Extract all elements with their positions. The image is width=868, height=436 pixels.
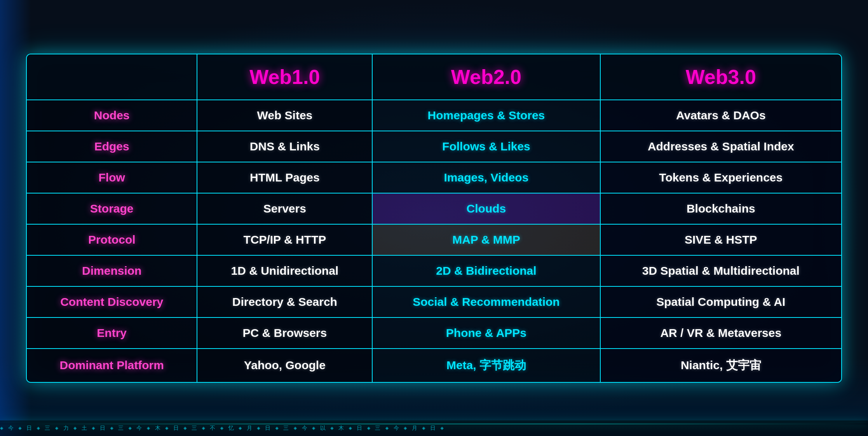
main-scene: Web1.0 Web2.0 Web3.0 NodesWeb SitesHomep…: [0, 0, 868, 436]
row-web1-7: PC & Browsers: [197, 317, 372, 349]
row-label-8: Dominant Platform: [27, 349, 197, 382]
row-web2-2: Images, Videos: [372, 162, 600, 193]
row-web1-5: 1D & Unidirectional: [197, 255, 372, 286]
row-web1-0: Web Sites: [197, 100, 372, 131]
row-web3-0: Avatars & DAOs: [600, 100, 841, 131]
row-web3-1: Addresses & Spatial Index: [600, 131, 841, 162]
row-label-1: Edges: [27, 131, 197, 162]
table-row: Content DiscoveryDirectory & SearchSocia…: [27, 286, 841, 317]
row-label-5: Dimension: [27, 255, 197, 286]
table-row: FlowHTML PagesImages, VideosTokens & Exp…: [27, 162, 841, 193]
web-comparison-table: Web1.0 Web2.0 Web3.0 NodesWeb SitesHomep…: [27, 54, 841, 382]
row-web3-3: Blockchains: [600, 193, 841, 224]
row-web1-6: Directory & Search: [197, 286, 372, 317]
table-row: NodesWeb SitesHomepages & StoresAvatars …: [27, 100, 841, 131]
row-web2-1: Follows & Likes: [372, 131, 600, 162]
header-empty: [27, 54, 197, 100]
header-web1: Web1.0: [197, 54, 372, 100]
row-web1-2: HTML Pages: [197, 162, 372, 193]
row-web2-0: Homepages & Stores: [372, 100, 600, 131]
row-web3-2: Tokens & Experiences: [600, 162, 841, 193]
row-label-7: Entry: [27, 317, 197, 349]
ticker-text: ◈ 今 ◈ 日 ◈ 三 ◈ 力 ◈ 土 ◈ 日 ◈ 三 ◈ 今 ◈ 木 ◈ 日 …: [0, 425, 444, 432]
row-web3-8: Niantic, 艾宇宙: [600, 349, 841, 382]
header-web2: Web2.0: [372, 54, 600, 100]
row-label-2: Flow: [27, 162, 197, 193]
row-web3-7: AR / VR & Metaverses: [600, 317, 841, 349]
row-label-4: Protocol: [27, 224, 197, 255]
row-label-6: Content Discovery: [27, 286, 197, 317]
table-row: ProtocolTCP/IP & HTTPMAP & MMPSIVE & HST…: [27, 224, 841, 255]
row-web1-8: Yahoo, Google: [197, 349, 372, 382]
row-web2-7: Phone & APPs: [372, 317, 600, 349]
row-label-0: Nodes: [27, 100, 197, 131]
comparison-table-wrapper: Web1.0 Web2.0 Web3.0 NodesWeb SitesHomep…: [26, 54, 842, 383]
row-web2-3: Clouds: [372, 193, 600, 224]
row-web3-4: SIVE & HSTP: [600, 224, 841, 255]
ticker-bar: ◈ 今 ◈ 日 ◈ 三 ◈ 力 ◈ 土 ◈ 日 ◈ 三 ◈ 今 ◈ 木 ◈ 日 …: [0, 420, 868, 436]
row-web2-6: Social & Recommendation: [372, 286, 600, 317]
row-web2-5: 2D & Bidirectional: [372, 255, 600, 286]
table-row: EntryPC & BrowsersPhone & APPsAR / VR & …: [27, 317, 841, 349]
table-row: StorageServersCloudsBlockchains: [27, 193, 841, 224]
row-web2-8: Meta, 字节跳动: [372, 349, 600, 382]
row-web1-4: TCP/IP & HTTP: [197, 224, 372, 255]
table-row: EdgesDNS & LinksFollows & LikesAddresses…: [27, 131, 841, 162]
row-web1-3: Servers: [197, 193, 372, 224]
header-web3: Web3.0: [600, 54, 841, 100]
row-web2-4: MAP & MMP: [372, 224, 600, 255]
row-web1-1: DNS & Links: [197, 131, 372, 162]
table-row: Dimension1D & Unidirectional2D & Bidirec…: [27, 255, 841, 286]
table-row: Dominant PlatformYahoo, GoogleMeta, 字节跳动…: [27, 349, 841, 382]
row-label-3: Storage: [27, 193, 197, 224]
row-web3-5: 3D Spatial & Multidirectional: [600, 255, 841, 286]
row-web3-6: Spatial Computing & AI: [600, 286, 841, 317]
